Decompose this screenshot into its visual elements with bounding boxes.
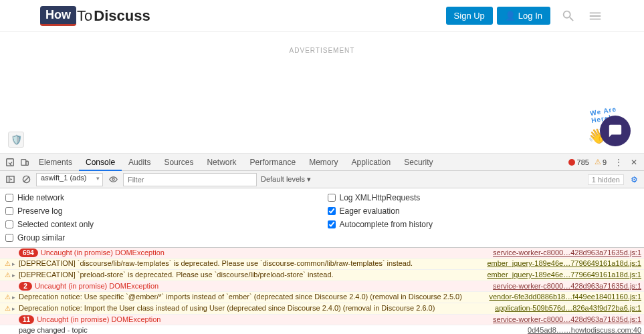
- log-source-link[interactable]: ember_jquery-189e46e…7796649161a18d.js:1: [487, 259, 641, 267]
- tab-performance[interactable]: Performance: [243, 154, 302, 171]
- option-autocomplete-from-history[interactable]: Autocomplete from history: [328, 218, 639, 231]
- warn-icon: ⚠: [3, 271, 12, 280]
- site-logo[interactable]: How To Discuss: [40, 6, 150, 26]
- hamburger-icon[interactable]: [586, 7, 604, 25]
- sign-up-button[interactable]: Sign Up: [446, 7, 493, 25]
- log-row[interactable]: ⚠▸[DEPRECATION] `discourse/lib/raw-templ…: [0, 259, 644, 270]
- log-message: Uncaught (in promise) DOMException: [37, 315, 488, 323]
- svg-rect-1: [21, 159, 26, 165]
- svg-rect-0: [7, 158, 14, 166]
- option-log-xmlhttprequests[interactable]: Log XMLHttpRequests: [328, 191, 639, 204]
- log-source-link[interactable]: vendor-6fe3dd0886b18…f449ee18401160.js:1: [489, 293, 641, 301]
- log-source-link[interactable]: ember_jquery-189e46e…7796649161a18d.js:1: [487, 271, 641, 279]
- advertisement-label: ADVERTISEMENT: [0, 47, 644, 54]
- chat-bubble-icon[interactable]: [600, 116, 631, 146]
- close-icon[interactable]: ✕: [627, 158, 641, 167]
- log-row[interactable]: ⚠▸[DEPRECATION] `preload-store` is depre…: [0, 270, 644, 281]
- expand-arrow-icon[interactable]: ▸: [12, 271, 19, 280]
- search-icon[interactable]: [560, 7, 577, 25]
- log-message: Deprecation notice: Import the User clas…: [19, 304, 490, 312]
- device-icon[interactable]: [19, 156, 31, 168]
- option-selected-context-only[interactable]: Selected context only: [5, 218, 317, 231]
- kebab-icon[interactable]: ⋮: [611, 158, 627, 167]
- hidden-count[interactable]: 1 hidden: [588, 174, 624, 185]
- log-source-link[interactable]: service-worker-c8000…428d963a71635d.js:1: [493, 282, 641, 290]
- warn-icon: ⚠: [3, 304, 12, 313]
- tab-application[interactable]: Application: [345, 154, 398, 171]
- log-message: page changed - topic: [19, 326, 522, 334]
- log-row[interactable]: 2Uncaught (in promise) DOMExceptionservi…: [0, 281, 644, 292]
- warning-count[interactable]: 9: [595, 158, 607, 166]
- console-toolbar: aswift_1 (ads) Default levels 1 hidden ⚙: [0, 171, 644, 188]
- log-row[interactable]: ⚠▸Deprecation notice: Use specific `@emb…: [0, 292, 644, 303]
- context-selector[interactable]: aswift_1 (ads): [36, 173, 103, 186]
- log-source-link[interactable]: service-worker-c8000…428d963a71635d.js:1: [493, 248, 641, 257]
- user-icon: 👤: [505, 11, 516, 21]
- log-source-link[interactable]: 0d45ad8……howtodiscuss.com:40: [528, 326, 641, 334]
- site-header: How To Discuss Sign Up 👤Log In: [0, 0, 644, 32]
- count-badge: 11: [19, 315, 34, 324]
- tab-console[interactable]: Console: [79, 154, 122, 171]
- log-source-link[interactable]: application-509b576d…826a43f9d72ba6.js:1: [495, 304, 641, 312]
- clear-console-icon[interactable]: [20, 174, 32, 186]
- tab-network[interactable]: Network: [200, 154, 243, 171]
- log-levels-select[interactable]: Default levels: [261, 175, 311, 184]
- shield-icon[interactable]: 🛡️: [8, 132, 24, 148]
- option-eager-evaluation[interactable]: Eager evaluation: [328, 204, 639, 218]
- log-row[interactable]: 694Uncaught (in promise) DOMExceptionser…: [0, 248, 644, 259]
- console-options: Hide networkPreserve logSelected context…: [0, 188, 644, 248]
- option-group-similar[interactable]: Group similar: [5, 231, 317, 244]
- devtools-tabs: ElementsConsoleAuditsSourcesNetworkPerfo…: [0, 154, 644, 171]
- logo-mark: How: [40, 6, 76, 26]
- tab-elements[interactable]: Elements: [32, 154, 79, 171]
- svg-line-6: [23, 177, 28, 182]
- expand-arrow-icon[interactable]: ▸: [12, 293, 19, 302]
- log-message: [DEPRECATION] `preload-store` is depreca…: [19, 271, 481, 279]
- option-hide-network[interactable]: Hide network: [5, 191, 317, 204]
- error-count[interactable]: 785: [568, 158, 589, 166]
- inspect-icon[interactable]: [4, 156, 16, 168]
- log-row[interactable]: 11Uncaught (in promise) DOMExceptionserv…: [0, 315, 644, 325]
- log-source-link[interactable]: service-worker-c8000…428d963a71635d.js:1: [493, 315, 641, 323]
- log-message: Deprecation notice: Use specific `@ember…: [19, 293, 484, 301]
- gear-icon[interactable]: ⚙: [628, 174, 640, 186]
- expand-arrow-icon[interactable]: ▸: [12, 259, 19, 269]
- logo-text-2: Discuss: [94, 7, 150, 25]
- count-badge: 2: [19, 282, 32, 291]
- svg-point-7: [112, 178, 114, 180]
- tab-sources[interactable]: Sources: [157, 154, 200, 171]
- svg-rect-2: [26, 161, 29, 165]
- count-badge: 694: [19, 248, 38, 257]
- eye-icon[interactable]: [107, 174, 119, 186]
- tab-security[interactable]: Security: [397, 154, 439, 171]
- sidebar-toggle-icon[interactable]: [4, 174, 16, 186]
- log-row[interactable]: page changed - topic0d45ad8……howtodiscus…: [0, 325, 644, 334]
- page-content: How To Discuss Sign Up 👤Log In ADVERTISE…: [0, 0, 644, 154]
- warn-icon: ⚠: [3, 293, 12, 302]
- console-log[interactable]: 694Uncaught (in promise) DOMExceptionser…: [0, 248, 644, 334]
- log-message: Uncaught (in promise) DOMException: [35, 282, 488, 290]
- tab-memory[interactable]: Memory: [302, 154, 344, 171]
- log-message: Uncaught (in promise) DOMException: [41, 248, 488, 257]
- warn-icon: ⚠: [3, 259, 12, 269]
- chat-widget[interactable]: We Are Here! 👋: [600, 116, 631, 146]
- logo-text-1: To: [77, 7, 92, 25]
- log-row[interactable]: ⚠▸Deprecation notice: Import the User cl…: [0, 303, 644, 315]
- expand-arrow-icon[interactable]: ▸: [12, 304, 19, 313]
- filter-input[interactable]: [123, 173, 257, 186]
- tab-audits[interactable]: Audits: [122, 154, 157, 171]
- devtools-panel: ElementsConsoleAuditsSourcesNetworkPerfo…: [0, 154, 644, 334]
- log-in-button[interactable]: 👤Log In: [497, 7, 550, 25]
- log-message: [DEPRECATION] `discourse/lib/raw-templat…: [19, 259, 481, 267]
- option-preserve-log[interactable]: Preserve log: [5, 204, 317, 218]
